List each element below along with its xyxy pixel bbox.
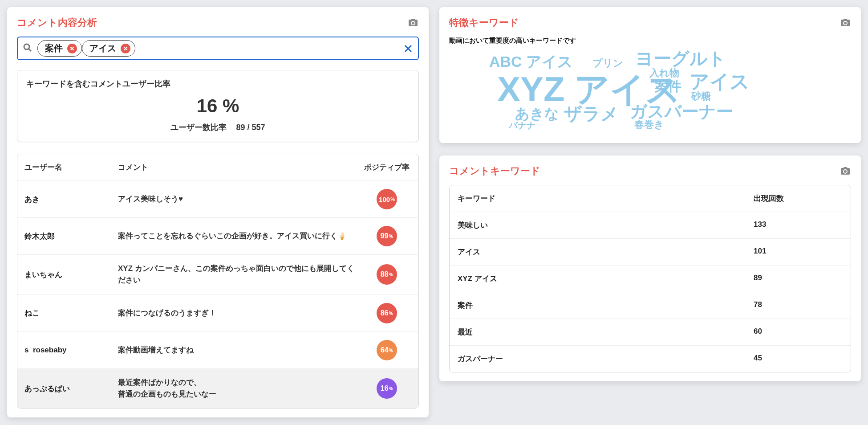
positive-badge: 16% [377, 378, 397, 399]
wordcloud-word[interactable]: 案件 [655, 80, 681, 93]
cell-positive: 86% [362, 303, 411, 323]
ratio-sub: ユーザー数比率 89 / 557 [26, 122, 410, 133]
cell-user: まいちゃん [24, 270, 114, 280]
keywords-table-header: キーワード 出現回数 [450, 185, 851, 212]
table-row[interactable]: 鈴木太郎案件ってことを忘れるぐらいこの企画が好き。アイス買いに行く🍦99% [17, 217, 418, 254]
card-title: 特徴キーワード [449, 16, 519, 29]
cell-count: 78 [754, 300, 843, 311]
cell-keyword: 最近 [458, 327, 754, 337]
card-title: コメント内容分析 [17, 16, 97, 29]
cell-comment: 案件につなげるのうますぎ！ [118, 307, 358, 319]
wordcloud-word[interactable]: ガスバーナー [630, 103, 733, 120]
table-row[interactable]: ガスバーナー45 [450, 345, 851, 372]
positive-badge: 99% [377, 226, 397, 246]
search-chip: アイス [82, 40, 135, 57]
cell-user: s_rosebaby [24, 346, 114, 355]
cell-comment: 案件ってことを忘れるぐらいこの企画が好き。アイス買いに行く🍦 [118, 230, 358, 242]
table-row[interactable]: 案件78 [450, 292, 851, 319]
chip-label: 案件 [45, 42, 63, 54]
positive-badge: 64% [377, 340, 397, 360]
col-user: ユーザー名 [24, 162, 114, 172]
camera-icon[interactable] [407, 17, 419, 28]
ratio-percent: 16 % [26, 95, 410, 117]
cell-keyword: アイス [458, 247, 754, 257]
cell-comment: XYZ カンパニーさん、この案件めっちゃ面白いので他にも展開してください [118, 263, 358, 286]
table-row[interactable]: 美味しい133 [450, 212, 851, 238]
cell-count: 60 [754, 327, 843, 337]
cell-positive: 99% [362, 226, 411, 246]
cell-positive: 88% [362, 264, 411, 285]
clear-search-icon[interactable] [403, 43, 414, 54]
table-row[interactable]: s_rosebaby案件動画増えてますね64% [17, 331, 418, 368]
comments-table-header: ユーザー名 コメント ポジティブ率 [17, 154, 418, 180]
keyword-searchbar[interactable]: 案件アイス [17, 37, 419, 60]
cell-count: 89 [754, 274, 843, 284]
chip-remove-icon[interactable] [121, 44, 130, 53]
wordcloud-word[interactable]: ABC アイス [489, 54, 573, 69]
table-row[interactable]: ねこ案件につなげるのうますぎ！86% [17, 294, 418, 331]
wordcloud: ABC アイスプリンヨーグルト入れ物アイスXYZ アイス案件砂糖あきなザラメガス… [449, 49, 851, 134]
cell-keyword: ガスバーナー [458, 354, 754, 364]
cell-comment: アイス美味しそう♥ [118, 193, 358, 205]
card-header: コメントキーワード [449, 164, 851, 178]
wordcloud-word[interactable]: 砂糖 [691, 91, 711, 101]
col-keyword: キーワード [458, 193, 754, 204]
ratio-sub-values: 89 / 557 [236, 123, 265, 132]
search-chip: 案件 [37, 40, 82, 57]
card-title: コメントキーワード [449, 164, 540, 178]
col-positive: ポジティブ率 [362, 162, 411, 172]
cell-count: 45 [754, 354, 843, 364]
ratio-label: キーワードを含むコメントユーザー比率 [26, 78, 410, 89]
table-row[interactable]: あっぷるぱい最近案件ばかりなので、 普通の企画ものも見たいなー16% [17, 368, 418, 409]
chip-remove-icon[interactable] [67, 44, 77, 53]
wordcloud-word[interactable]: XYZ アイス [497, 72, 681, 106]
cell-keyword: 案件 [458, 300, 754, 311]
cell-keyword: XYZ アイス [458, 274, 754, 284]
cell-user: あき [24, 194, 114, 204]
svg-point-0 [24, 44, 29, 49]
cell-user: ねこ [24, 308, 114, 318]
card-header: 特徴キーワード [449, 16, 851, 29]
wordcloud-word[interactable]: プリン [592, 58, 623, 68]
table-row[interactable]: あきアイス美味しそう♥100% [17, 180, 418, 217]
cell-positive: 64% [362, 340, 411, 360]
svg-line-1 [29, 49, 32, 51]
table-row[interactable]: まいちゃんXYZ カンパニーさん、この案件めっちゃ面白いので他にも展開してくださ… [17, 254, 418, 294]
user-ratio-box: キーワードを含むコメントユーザー比率 16 % ユーザー数比率 89 / 557 [17, 70, 419, 142]
comment-keywords-card: コメントキーワード キーワード 出現回数 美味しい133アイス101XYZ アイ… [439, 155, 861, 381]
wordcloud-word[interactable]: ヨーグルト [635, 49, 726, 67]
positive-badge: 88% [377, 264, 397, 285]
wordcloud-word[interactable]: アイス [690, 72, 750, 91]
table-row[interactable]: XYZ アイス89 [450, 265, 851, 292]
cell-comment: 案件動画増えてますね [118, 344, 358, 356]
comment-analysis-card: コメント内容分析 案件アイス キーワードを含むコメントユーザー比率 16 % ユ… [7, 7, 429, 417]
chip-label: アイス [89, 42, 116, 54]
cell-keyword: 美味しい [458, 220, 754, 230]
table-row[interactable]: 最近60 [450, 319, 851, 345]
table-row[interactable]: アイス101 [450, 238, 851, 265]
camera-icon[interactable] [840, 166, 851, 176]
search-icon [22, 42, 33, 55]
camera-icon[interactable] [840, 17, 851, 28]
cell-comment: 最近案件ばかりなので、 普通の企画ものも見たいなー [118, 377, 358, 400]
ratio-sub-label: ユーザー数比率 [170, 123, 227, 132]
cell-count: 101 [754, 247, 843, 257]
col-count: 出現回数 [754, 193, 843, 204]
wordcloud-word[interactable]: バナナ [509, 121, 535, 130]
cell-user: あっぷるぱい [24, 384, 114, 394]
positive-badge: 86% [377, 303, 397, 323]
wordcloud-word[interactable]: ザラメ [564, 105, 619, 123]
featured-keywords-card: 特徴キーワード 動画において重要度の高いキーワードです ABC アイスプリンヨー… [439, 7, 861, 143]
keywords-table: キーワード 出現回数 美味しい133アイス101XYZ アイス89案件78最近6… [449, 185, 851, 372]
col-comment: コメント [118, 162, 358, 172]
cell-count: 133 [754, 220, 843, 230]
wordcloud-word[interactable]: 春巻き [634, 120, 664, 130]
positive-badge: 100% [377, 189, 397, 209]
featured-desc: 動画において重要度の高いキーワードです [449, 37, 851, 45]
comments-table: ユーザー名 コメント ポジティブ率 あきアイス美味しそう♥100%鈴木太郎案件っ… [17, 154, 419, 409]
cell-positive: 100% [362, 189, 411, 209]
cell-user: 鈴木太郎 [24, 231, 114, 241]
cell-positive: 16% [362, 378, 411, 399]
wordcloud-word[interactable]: あきな [515, 106, 559, 121]
card-header: コメント内容分析 [17, 16, 419, 29]
